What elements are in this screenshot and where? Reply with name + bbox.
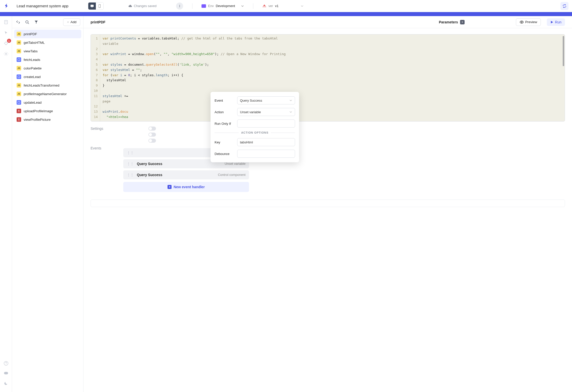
add-query-button[interactable]: + Add <box>63 18 80 26</box>
debug-badge: 1 <box>7 39 11 43</box>
popup-debounce-label: Debounce <box>215 152 234 156</box>
svg-point-7 <box>5 42 7 45</box>
query-item-uploadProfileImage[interactable]: uploadProfileImage <box>14 107 81 115</box>
env-selector[interactable]: Env Development <box>201 4 244 8</box>
drag-handle-icon[interactable]: ⋮⋮ <box>127 151 134 155</box>
query-item-printPDF[interactable]: JSprintPDF <box>14 30 81 38</box>
events-heading: Events <box>91 146 118 150</box>
user-avatar[interactable]: I <box>176 3 183 10</box>
chevron-down-icon <box>301 5 304 7</box>
settings-toggle-3[interactable] <box>148 139 156 143</box>
run-label: Run <box>555 20 561 24</box>
content-scroll[interactable]: 1234567891011121314 var printContents = … <box>84 28 572 392</box>
api-icon <box>17 74 21 79</box>
event-config-popup: Event Query Success Action Unset variabl… <box>211 92 299 162</box>
query-item-fetchLeadsTransformed[interactable]: JSfetchLeadsTransformed <box>14 81 81 90</box>
query-item-label: colorPalette <box>24 66 42 70</box>
key-input[interactable] <box>237 138 295 146</box>
query-item-label: getTabsHTML <box>24 41 45 45</box>
event-name-label: Query Success <box>137 162 162 166</box>
settings-toggle-2[interactable] <box>148 133 156 137</box>
theme-icon[interactable] <box>3 380 10 387</box>
settings-gear-icon[interactable] <box>3 50 10 57</box>
query-item-viewTabs[interactable]: JSviewTabs <box>14 47 81 55</box>
add-parameter-button[interactable]: + <box>460 20 465 24</box>
new-event-button[interactable]: + New event handler <box>123 182 249 192</box>
nav-rail: 1 <box>0 16 12 392</box>
cloud-icon <box>128 5 132 8</box>
query-item-fetchLeads[interactable]: fetchLeads <box>14 55 81 64</box>
upload-icon <box>17 117 21 122</box>
popup-key-label: Key <box>215 140 234 144</box>
content-header: printPDF Parameters + Preview Run <box>84 16 572 28</box>
query-item-viewProfilePicture[interactable]: viewProfilePicture <box>14 115 81 124</box>
svg-rect-15 <box>4 372 8 374</box>
drag-handle-icon[interactable]: ⋮⋮ <box>127 162 134 166</box>
help-icon[interactable] <box>3 360 10 367</box>
query-item-profileImageNameGenerator[interactable]: JSprofileImageNameGenerator <box>14 90 81 98</box>
save-status-text: Changes saved <box>134 4 156 8</box>
app-title[interactable]: Lead management system app <box>17 4 68 8</box>
svg-point-14 <box>6 364 6 365</box>
svg-point-21 <box>521 22 522 23</box>
js-icon: JS <box>17 92 21 96</box>
svg-rect-2 <box>99 4 100 7</box>
svg-rect-20 <box>18 101 20 103</box>
debounce-input[interactable] <box>237 150 295 158</box>
refresh-button[interactable] <box>560 2 568 10</box>
code-editor[interactable]: 1234567891011121314 var printContents = … <box>91 34 565 122</box>
divider <box>253 3 253 9</box>
content-panel: printPDF Parameters + Preview Run <box>84 16 572 392</box>
event-name-label: Query Success <box>137 173 162 177</box>
action-select[interactable]: Unset variable <box>237 108 295 116</box>
chat-icon[interactable] <box>3 370 10 377</box>
cursor-icon[interactable] <box>3 29 10 36</box>
code-body[interactable]: var printContents = variables.tabsHtml; … <box>100 34 565 121</box>
accent-bar <box>0 12 572 16</box>
desktop-view-button[interactable] <box>88 3 96 10</box>
mobile-view-button[interactable] <box>96 3 103 10</box>
top-header: Lead management system app Changes saved… <box>0 0 572 12</box>
ver-value: v1 <box>275 4 278 8</box>
api-icon <box>17 100 21 105</box>
new-event-label: New event handler <box>174 185 205 189</box>
editor-scrollbar[interactable] <box>563 36 564 66</box>
svg-rect-18 <box>18 59 20 61</box>
svg-rect-1 <box>91 7 93 7</box>
query-item-colorPalette[interactable]: JScolorPalette <box>14 64 81 72</box>
popup-divider: ACTION OPTIONS <box>215 131 295 134</box>
env-label: Env <box>208 4 214 8</box>
preview-label: Preview <box>525 20 537 24</box>
settings-toggle-1[interactable] <box>148 127 156 131</box>
run-only-if-input[interactable] <box>237 120 295 128</box>
svg-rect-3 <box>202 5 205 7</box>
query-item-createLead[interactable]: createLead <box>14 72 81 81</box>
version-icon <box>262 4 266 8</box>
collapse-icon[interactable] <box>15 19 21 25</box>
query-item-updateLead[interactable]: updateLead <box>14 98 81 107</box>
svg-rect-0 <box>91 5 94 7</box>
query-item-label: uploadProfileImage <box>24 109 53 113</box>
query-item-getTabsHTML[interactable]: JSgetTabsHTML <box>14 38 81 47</box>
event-select[interactable]: Query Success <box>237 96 295 104</box>
query-item-label: profileImageNameGenerator <box>24 92 67 96</box>
svg-rect-19 <box>18 76 20 78</box>
chevron-down-icon <box>289 99 292 101</box>
search-icon[interactable] <box>24 19 30 25</box>
run-button[interactable]: Run <box>547 18 565 26</box>
pages-icon[interactable] <box>3 19 10 26</box>
svg-point-12 <box>5 53 7 55</box>
version-selector[interactable]: ver v1 <box>262 4 304 8</box>
preview-button[interactable]: Preview <box>516 18 541 26</box>
popup-event-label: Event <box>215 99 234 102</box>
js-icon: JS <box>17 40 21 45</box>
query-item-label: createLead <box>24 75 41 79</box>
svg-line-17 <box>28 23 29 24</box>
drag-handle-icon[interactable]: ⋮⋮ <box>127 173 134 177</box>
debug-icon[interactable]: 1 <box>3 40 10 47</box>
divider <box>192 3 192 9</box>
plus-square-icon: + <box>168 185 172 189</box>
query-title[interactable]: printPDF <box>91 20 105 24</box>
event-row[interactable]: ⋮⋮Query SuccessControl component <box>123 170 249 179</box>
filter-icon[interactable] <box>33 19 39 25</box>
